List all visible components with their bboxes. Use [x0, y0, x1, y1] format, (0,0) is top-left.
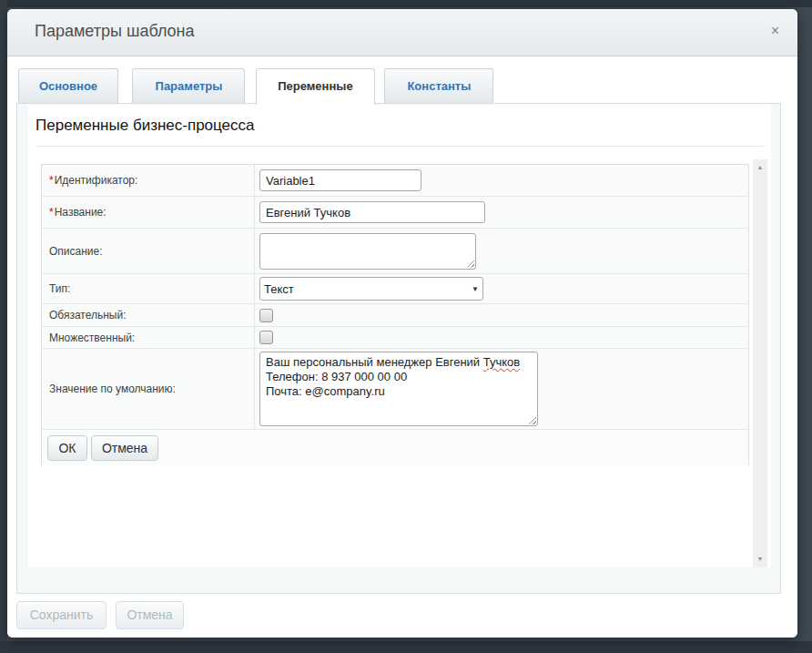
- footer-cancel-button[interactable]: Отмена: [116, 601, 184, 629]
- row-default-value: Значение по умолчанию: Ваш персональный …: [42, 349, 748, 430]
- dialog-header: Параметры шаблона ×: [7, 9, 797, 56]
- tab-bar: Основное Параметры Переменные Константы: [18, 68, 493, 104]
- row-required-flag: Обязательный:: [42, 304, 748, 327]
- backdrop-bottom-band: [0, 641, 812, 653]
- multiple-flag-label: Множественный:: [49, 332, 135, 344]
- misspelled-word: Тучков: [483, 355, 520, 369]
- backdrop-left-band: [0, 0, 7, 653]
- required-checkbox[interactable]: [259, 309, 273, 322]
- default-value-line2: Телефон: 8 937 000 00 00: [266, 370, 532, 384]
- description-textarea[interactable]: [259, 233, 476, 270]
- identifier-label: Идентификатор:: [55, 174, 138, 187]
- tab-peremennye[interactable]: Переменные: [256, 68, 375, 105]
- scroll-up-icon[interactable]: ▲: [753, 161, 767, 174]
- tab-parametry[interactable]: Параметры: [132, 68, 245, 103]
- vertical-scrollbar[interactable]: ▲ ▼: [753, 159, 767, 567]
- variable-form: * Идентификатор: * Название:: [41, 164, 749, 465]
- row-name: * Название:: [42, 197, 748, 229]
- default-value-textarea[interactable]: Ваш персональный менеджер Евгений Тучков…: [259, 352, 538, 426]
- template-parameters-dialog: Параметры шаблона × Основное Параметры П…: [7, 9, 797, 638]
- tab-osnovnoe[interactable]: Основное: [18, 68, 118, 103]
- row-description: Описание:: [42, 229, 748, 274]
- backdrop-top-band: [0, 0, 812, 7]
- default-value-line1: Ваш персональный менеджер Евгений Тучков: [266, 355, 532, 370]
- type-select[interactable]: Текст: [259, 277, 483, 301]
- close-icon[interactable]: ×: [771, 24, 779, 38]
- tab-panel: Переменные бизнес-процесса * Идентификат…: [16, 103, 781, 594]
- type-label: Тип:: [49, 282, 70, 295]
- scroll-down-icon[interactable]: ▼: [753, 553, 767, 566]
- dialog-footer: Сохранить Отмена: [7, 594, 797, 638]
- save-button[interactable]: Сохранить: [16, 601, 107, 629]
- form-actions-row: ОК Отмена: [42, 430, 748, 465]
- default-value-line3: Почта: e@company.ru: [266, 384, 532, 399]
- row-type: Тип: Текст ▼: [42, 274, 748, 304]
- required-marker: *: [49, 206, 54, 219]
- ok-button[interactable]: ОК: [47, 435, 87, 461]
- row-identifier: * Идентификатор:: [42, 165, 748, 197]
- multiple-checkbox[interactable]: [259, 331, 273, 344]
- dialog-title: Параметры шаблона: [35, 22, 195, 41]
- row-multiple-flag: Множественный:: [42, 327, 748, 349]
- required-flag-label: Обязательный:: [49, 309, 127, 321]
- identifier-input[interactable]: [259, 169, 421, 191]
- tab-konstanty[interactable]: Константы: [384, 68, 493, 103]
- section-heading: Переменные бизнес-процесса: [36, 105, 764, 147]
- name-label: Название:: [55, 206, 107, 219]
- default-value-label: Значение по умолчанию:: [49, 383, 176, 395]
- variables-content: Переменные бизнес-процесса * Идентификат…: [28, 105, 771, 567]
- description-label: Описание:: [49, 245, 103, 258]
- required-marker: *: [49, 174, 54, 187]
- name-input[interactable]: [259, 201, 485, 223]
- form-cancel-button[interactable]: Отмена: [91, 435, 158, 461]
